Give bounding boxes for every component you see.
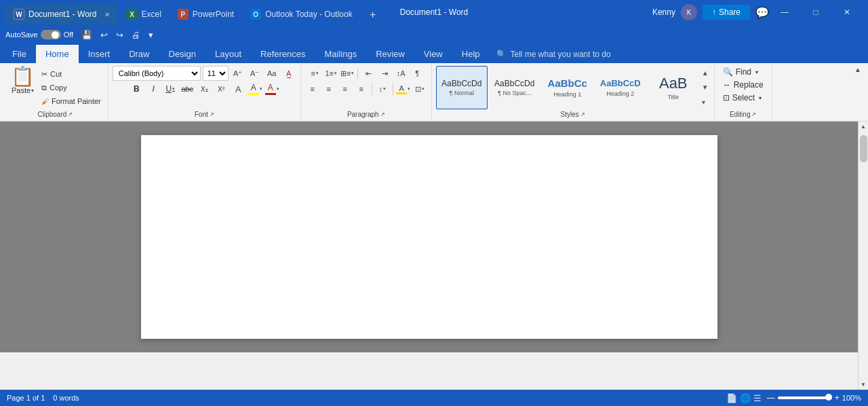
tab-mailings[interactable]: Mailings [315, 45, 367, 63]
user-avatar[interactable]: K [681, 4, 697, 20]
styles-scroll-up[interactable]: ▲ [701, 68, 710, 78]
show-marks-button[interactable]: ¶ [410, 66, 425, 81]
format-painter-button[interactable]: 🖌 Format Painter [39, 96, 104, 106]
tab-word[interactable]: W Document1 - Word ✕ [5, 4, 118, 24]
editing-group-label[interactable]: Editing ↗ [730, 111, 757, 118]
maximize-button[interactable]: □ [800, 0, 831, 24]
styles-group-label[interactable]: Styles ↗ [561, 111, 585, 118]
ribbon-collapse-button[interactable]: ▲ [853, 64, 863, 75]
zoom-track[interactable] [778, 396, 832, 399]
line-spacing-button[interactable]: ↕▾ [375, 81, 390, 96]
tab-layout[interactable]: Layout [205, 45, 251, 63]
tab-help[interactable]: Help [452, 45, 490, 63]
style-normal[interactable]: AaBbCcDd ¶ Normal [436, 66, 488, 109]
close-button[interactable]: ✕ [831, 0, 863, 24]
subscript-button[interactable]: X₂ [197, 81, 212, 96]
shading-button[interactable]: A ▾ [396, 81, 411, 96]
share-button[interactable]: ↑ Share [703, 5, 750, 20]
scrollbar-track[interactable] [859, 132, 869, 380]
minimize-button[interactable]: — [769, 0, 800, 24]
styles-scroll-down[interactable]: ▼ [701, 82, 710, 92]
new-tab-button[interactable]: + [363, 5, 382, 24]
strikethrough-button[interactable]: abc [180, 81, 195, 96]
find-button[interactable]: 🔍 Find ▾ [719, 66, 768, 78]
style-no-spacing[interactable]: AaBbCcDd ¶ No Spac... [489, 66, 540, 109]
title-actions: Kenny K ↑ Share 💬 [652, 4, 769, 20]
tab-design[interactable]: Design [159, 45, 205, 63]
qat-save[interactable]: 💾 [79, 29, 95, 41]
select-button[interactable]: ⊡ Select ▾ [719, 92, 768, 104]
numbering-button[interactable]: 1≡▾ [323, 66, 338, 81]
style-title[interactable]: AaB Title [648, 66, 699, 109]
align-right-button[interactable]: ≡ [338, 81, 353, 96]
italic-button[interactable]: I [146, 81, 161, 96]
cut-button[interactable]: ✂ Cut [39, 69, 104, 79]
decrease-indent-button[interactable]: ⇤ [361, 66, 376, 81]
paste-dropdown-arrow[interactable]: ▾ [31, 88, 34, 94]
zoom-out-button[interactable]: — [767, 393, 775, 403]
styles-gallery: AaBbCcDd ¶ Normal AaBbCcDd ¶ No Spac... … [436, 66, 710, 109]
borders-button[interactable]: ⊡▾ [412, 81, 427, 96]
tab-home[interactable]: Home [36, 45, 79, 63]
qat-customize[interactable]: ▾ [146, 29, 156, 41]
highlight-color-button[interactable]: A ▾ [248, 81, 262, 96]
qat-undo[interactable]: ↩ [98, 29, 111, 41]
word-tab-label: Document1 - Word [28, 10, 96, 19]
comments-button[interactable]: 💬 [755, 6, 769, 19]
autosave-toggle[interactable] [41, 30, 61, 39]
font-shrink-button[interactable]: A⁻ [248, 66, 262, 81]
scroll-down-button[interactable]: ▼ [859, 380, 869, 390]
word-tab-close[interactable]: ✕ [104, 11, 110, 18]
tab-draw[interactable]: Draw [119, 45, 159, 63]
tab-review[interactable]: Review [366, 45, 414, 63]
print-layout-button[interactable]: 📄 [726, 393, 737, 403]
clear-formatting-button[interactable]: A̲ [281, 66, 296, 81]
font-case-button[interactable]: Aa [264, 66, 279, 81]
multilevel-button[interactable]: ⊞≡▾ [340, 66, 355, 81]
style-heading2[interactable]: AaBbCcD Heading 2 [595, 66, 646, 109]
qat-print[interactable]: 🖨 [129, 29, 143, 41]
font-row-2: B I U▾ abc X₂ X² A A [129, 81, 279, 96]
style-heading1[interactable]: AaBbCc Heading 1 [542, 66, 593, 109]
clipboard-group-label[interactable]: Clipboard ↗ [37, 111, 73, 118]
tab-excel[interactable]: X Excel [118, 4, 169, 24]
tab-ppt[interactable]: P PowerPoint [170, 4, 242, 24]
styles-expand[interactable]: ▾ [701, 97, 710, 107]
font-name-select[interactable]: Calibri (Body) [113, 66, 201, 81]
status-bar: Page 1 of 1 0 words 📄 🌐 ☰ — + 100% [0, 390, 868, 406]
bold-button[interactable]: B [129, 81, 144, 96]
document-canvas[interactable] [0, 122, 858, 352]
sort-button[interactable]: ↕A [393, 66, 408, 81]
outline-view-button[interactable]: ☰ [753, 393, 762, 403]
scrollbar-thumb[interactable] [860, 135, 867, 162]
align-left-button[interactable]: ≡ [305, 81, 320, 96]
zoom-in-button[interactable]: + [835, 393, 840, 403]
underline-button[interactable]: U▾ [163, 81, 178, 96]
bullets-button[interactable]: ≡▾ [307, 66, 322, 81]
font-group-label[interactable]: Font ↗ [195, 111, 214, 118]
font-grow-button[interactable]: A⁺ [231, 66, 245, 81]
text-effects-button[interactable]: A [231, 81, 245, 96]
web-layout-button[interactable]: 🌐 [740, 393, 751, 403]
style-nospace-label: ¶ No Spac... [498, 90, 531, 96]
document-page[interactable] [141, 135, 717, 339]
tab-file[interactable]: File [3, 45, 36, 63]
font-color-button[interactable]: A ▾ [264, 81, 279, 96]
tab-view[interactable]: View [414, 45, 452, 63]
justify-button[interactable]: ≡ [354, 81, 369, 96]
qat-redo[interactable]: ↪ [113, 29, 126, 41]
copy-button[interactable]: ⧉ Copy [39, 83, 104, 93]
font-size-select[interactable]: 11 [203, 66, 229, 81]
tab-references[interactable]: References [251, 45, 315, 63]
align-center-button[interactable]: ≡ [321, 81, 336, 96]
paragraph-group-label[interactable]: Paragraph ↗ [347, 111, 385, 118]
search-area[interactable]: 🔍 Tell me what you want to do [490, 45, 865, 63]
superscript-button[interactable]: X² [214, 81, 229, 96]
scroll-up-button[interactable]: ▲ [859, 122, 869, 132]
replace-button[interactable]: ↔ Replace [719, 79, 768, 91]
tab-insert[interactable]: Insert [79, 45, 120, 63]
increase-indent-button[interactable]: ⇥ [377, 66, 392, 81]
tab-outlook[interactable]: O Outlook Today - Outlook [242, 4, 361, 24]
zoom-thumb[interactable] [825, 394, 832, 401]
paste-button[interactable]: 📋 Paste ▾ [7, 66, 39, 109]
